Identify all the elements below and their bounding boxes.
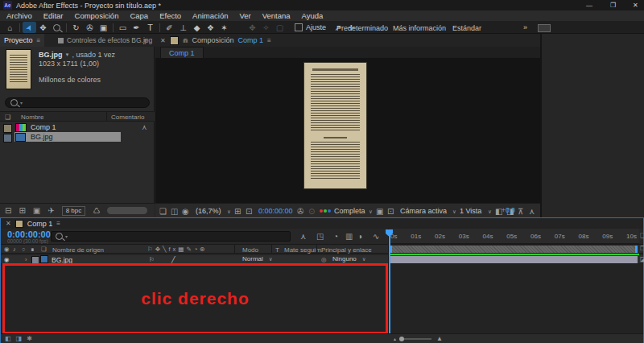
camera-tool-icon[interactable]: ✇ — [83, 22, 97, 33]
primary-viewer-icon[interactable]: ◫ — [171, 208, 178, 216]
pixel-aspect-icon[interactable]: ⊼ — [518, 208, 523, 216]
clone-stamp-tool-icon[interactable]: ⊥ — [176, 22, 190, 33]
new-folder-icon[interactable]: ⊞ — [19, 207, 25, 215]
column-mode[interactable]: Modo — [242, 246, 258, 254]
zoom-tool-icon[interactable] — [50, 22, 64, 33]
roto-brush-tool-icon[interactable]: ❖ — [204, 22, 217, 33]
selection-tool-icon[interactable]: ➤ — [23, 22, 36, 33]
hand-tool-icon[interactable]: ✥ — [36, 22, 50, 33]
bit-depth-button[interactable]: 8 bpc — [62, 206, 86, 216]
viewer-timecode[interactable]: 0:00:00:00 — [258, 207, 293, 215]
lock-icon[interactable]: ⋒ — [183, 37, 188, 44]
view-layout-dropdown[interactable]: 1 Vista — [460, 207, 481, 215]
comp-document-image[interactable] — [304, 63, 366, 188]
motion-blur-icon[interactable]: ◑ — [357, 233, 362, 241]
exposure-value[interactable]: +0,0 — [502, 206, 515, 214]
column-parent[interactable]: Principal y enlace — [321, 246, 372, 254]
trash-icon[interactable]: ♺ — [93, 207, 100, 215]
menu-editar[interactable]: Editar — [43, 11, 64, 20]
graph-editor-icon[interactable]: ∿ — [373, 233, 379, 241]
eye-icon[interactable]: ◉ — [4, 256, 10, 263]
show-channels-icon[interactable] — [320, 209, 331, 213]
expand-arrow-icon[interactable]: › — [25, 256, 27, 263]
zoom-in-mountain-icon[interactable]: ▲ — [436, 335, 443, 342]
interpret-footage-icon[interactable]: ⊟ — [5, 207, 11, 215]
horizontal-scrollbar[interactable] — [107, 207, 147, 214]
close-icon[interactable]: ✕ — [6, 220, 11, 227]
puppet-pin-tool-icon[interactable]: ✶ — [217, 22, 231, 33]
column-t[interactable]: T — [275, 246, 279, 254]
close-icon[interactable]: ✕ — [160, 37, 166, 44]
close-button[interactable]: ✕ — [633, 2, 638, 9]
pickwhip-icon[interactable]: ◎ — [321, 256, 327, 263]
type-tool-icon[interactable]: T — [143, 22, 157, 33]
project-row-bgjpg[interactable]: BG.jpg — [0, 132, 155, 142]
panel-menu-icon[interactable]: ≡ — [37, 37, 41, 44]
blend-mode-dropdown[interactable]: Normal ∨ — [242, 255, 273, 262]
zoom-out-mountain-icon[interactable]: ▲ — [393, 337, 397, 341]
menu-capa[interactable]: Capa — [130, 11, 148, 20]
snapshot-icon[interactable]: ✇ — [297, 208, 303, 216]
workspace-predeterminado[interactable]: Predeterminado — [336, 24, 388, 32]
region-of-interest-icon[interactable]: ⊡ — [246, 208, 252, 216]
frame-blending-icon[interactable]: ▥ — [345, 233, 353, 241]
transparency-grid-icon[interactable]: ⊡ — [387, 208, 394, 216]
snap-checkbox[interactable] — [295, 23, 303, 31]
menu-archivo[interactable]: Archivo — [6, 11, 32, 20]
parent-dropdown[interactable]: Ninguno ∨ — [332, 255, 366, 262]
viewer-tab-comp1[interactable]: Comp 1 — [160, 47, 204, 59]
current-time-indicator-line[interactable] — [389, 236, 390, 333]
composition-viewer[interactable] — [155, 58, 540, 203]
mini-flowchart-icon[interactable]: ⋏ — [300, 233, 306, 241]
eye-icon[interactable]: ◉ — [4, 246, 10, 253]
shy-toggle-icon[interactable]: ⚐ — [149, 256, 155, 263]
work-area-bar[interactable] — [390, 246, 638, 253]
menu-ventana[interactable]: Ventana — [262, 11, 291, 20]
menu-ayuda[interactable]: Ayuda — [302, 11, 324, 20]
pan-behind-tool-icon[interactable]: ▣ — [97, 22, 110, 33]
time-ruler[interactable]: 0s 01s 02s 03s 04s 05s 06s 07s 08s 09s 1… — [388, 229, 639, 244]
solo-icon[interactable]: ○ — [22, 246, 26, 253]
quality-toggle-icon[interactable]: ╱ — [171, 256, 175, 263]
expand-in-out-icon[interactable]: ✱ — [27, 335, 32, 342]
label-swatch[interactable] — [3, 134, 12, 143]
project-search[interactable]: ▾ — [5, 97, 150, 108]
timeline-search[interactable]: ▾ — [51, 231, 291, 242]
rectangle-tool-icon[interactable]: ▭ — [116, 22, 130, 33]
work-area-end-handle[interactable] — [635, 246, 638, 253]
column-comentario[interactable]: Comentario — [111, 114, 144, 121]
audio-icon[interactable]: ♪ — [13, 246, 16, 253]
pen-tool-icon[interactable]: ✒ — [130, 22, 143, 33]
tab-proyecto[interactable]: Proyecto ≡ — [0, 34, 44, 47]
workspace-mas-informacion[interactable]: Más información — [393, 24, 446, 32]
draft-3d-icon[interactable]: ◳ — [316, 233, 324, 241]
resolution-dropdown[interactable]: Completa — [334, 207, 365, 215]
tag-icon[interactable]: ❏ — [41, 246, 47, 253]
flowchart-icon[interactable]: ⋏ — [142, 123, 147, 131]
lock-icon[interactable]: ∎ — [31, 246, 35, 253]
composition-name[interactable]: Comp 1 — [237, 36, 263, 44]
shy-layers-icon[interactable]: ◔ — [333, 233, 338, 241]
maximize-button[interactable]: ❐ — [610, 2, 616, 9]
workspace-overflow-icon[interactable]: » — [523, 23, 527, 31]
panel-menu-icon[interactable]: ≡ — [56, 220, 60, 227]
tab-overflow-icon[interactable]: » — [143, 36, 147, 44]
timeline-tab-comp1[interactable]: Comp 1 — [27, 220, 53, 228]
fast-previews-icon[interactable]: ▣ — [376, 208, 383, 216]
chevron-down-icon[interactable]: ▼ — [65, 52, 70, 57]
home-icon[interactable]: ⌂ — [3, 22, 17, 33]
grid-guides-icon[interactable]: ⊞ — [234, 208, 241, 216]
composition-panel-label[interactable]: Composición — [192, 36, 233, 44]
expand-transfer-controls-icon[interactable]: ◨ — [16, 335, 23, 342]
brush-tool-icon[interactable]: ✐ — [163, 22, 176, 33]
mini-flowchart-icon[interactable]: ⋏ — [529, 208, 535, 216]
menu-animacion[interactable]: Animación — [192, 11, 228, 20]
project-row-comp1[interactable]: Comp 1 ⋏ — [0, 122, 155, 132]
channel-settings-icon[interactable]: ◉ — [182, 208, 189, 216]
rotate-tool-icon[interactable]: ↻ — [69, 22, 83, 33]
always-preview-icon[interactable]: ❏ — [159, 208, 167, 216]
layer-marker-icon[interactable]: ◪ — [640, 256, 644, 262]
minimize-button[interactable]: — — [586, 2, 592, 9]
comp-marker-icon[interactable]: ❑ — [640, 233, 644, 239]
menu-composicion[interactable]: Composición — [75, 11, 119, 20]
